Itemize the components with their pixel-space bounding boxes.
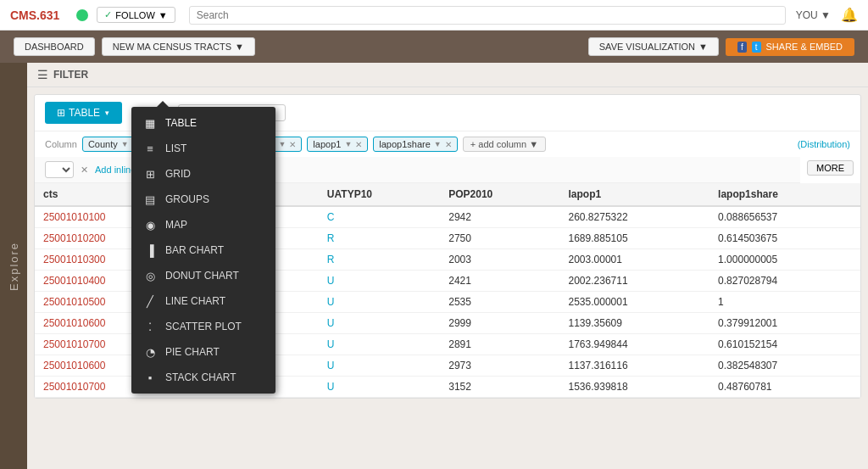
table-icon: ▦ xyxy=(143,116,157,130)
add-col-arrow: ▼ xyxy=(529,139,538,149)
menu-item-map[interactable]: ◉ MAP xyxy=(131,212,275,237)
map-icon: ◉ xyxy=(143,218,157,232)
line-chart-icon: ╱ xyxy=(143,294,157,308)
table-view-button[interactable]: ⊞ TABLE xyxy=(45,102,122,124)
col-pop2010-arrow: ▼ xyxy=(278,140,286,148)
cell-pop: 3152 xyxy=(440,377,559,398)
filter-dropdown[interactable] xyxy=(45,161,74,178)
cell-lapop1: 260.8275322 xyxy=(560,206,710,228)
save-visualization-button[interactable]: SAVE VISUALIZATION ▼ xyxy=(588,37,719,56)
col-lapop1[interactable]: lapop1 ▼ ✕ xyxy=(307,137,368,152)
cell-lapop1: 1139.35609 xyxy=(560,313,710,334)
cell-lapop1: 2535.000001 xyxy=(560,292,710,313)
main-area: Explore ☰ FILTER ⊞ TABLE Collection MA C… xyxy=(0,63,868,469)
cell-uatyp[interactable]: U xyxy=(319,377,440,398)
menu-item-table[interactable]: ▦ TABLE xyxy=(131,110,275,136)
menu-item-label: GRID xyxy=(165,168,191,180)
cell-lapop1share: 0.379912001 xyxy=(709,313,860,334)
cell-lapop1share: 1.000000005 xyxy=(709,249,860,271)
view-type-dropdown-menu: ▦ TABLE ≡ LIST ⊞ GRID ▤ GROUPS ◉ MAP ▐ B… xyxy=(131,107,275,394)
secondary-navigation: DASHBOARD NEW MA CENSUS TRACTS ▼ SAVE VI… xyxy=(0,31,868,63)
col-lapop1share-arrow: ▼ xyxy=(434,140,442,148)
stack-chart-icon: ▪ xyxy=(143,371,157,384)
search-input[interactable] xyxy=(189,6,786,25)
cell-pop: 2003 xyxy=(440,249,559,271)
menu-item-label: DONUT CHART xyxy=(165,270,239,282)
notifications-icon[interactable]: 🔔 xyxy=(841,7,858,23)
cell-uatyp[interactable]: R xyxy=(319,249,440,271)
donut-chart-icon: ◎ xyxy=(143,269,157,282)
column-label: Column xyxy=(45,139,77,149)
cell-lapop1: 1763.949844 xyxy=(560,334,710,355)
table-grid-icon: ⊞ xyxy=(57,107,65,119)
share-embed-button[interactable]: f t SHARE & EMBED xyxy=(726,38,854,56)
cell-pop: 2973 xyxy=(440,355,559,377)
menu-item-groups[interactable]: ▤ GROUPS xyxy=(131,187,275,212)
cell-pop: 2421 xyxy=(440,271,559,292)
cell-lapop1share: 1 xyxy=(709,292,860,313)
cell-lapop1: 2003.00001 xyxy=(560,249,710,271)
menu-item-donut-chart[interactable]: ◎ DONUT CHART xyxy=(131,263,275,288)
cell-lapop1share: 0.610152154 xyxy=(709,334,860,355)
menu-item-label: LIST xyxy=(165,142,186,154)
col-lapop1-arrow: ▼ xyxy=(344,140,352,148)
filter-remove-icon[interactable]: ✕ xyxy=(81,165,88,176)
cell-pop: 2891 xyxy=(440,334,559,355)
col-header-uatyp10[interactable]: UATYP10 xyxy=(319,183,440,206)
menu-item-scatter-plot[interactable]: ⁚ SCATTER PLOT xyxy=(131,314,275,339)
filter-icon: ☰ xyxy=(37,68,48,81)
top-navigation: CMS.631 ✓ FOLLOW ▼ YOU ▼ 🔔 xyxy=(0,0,868,31)
cell-uatyp[interactable]: C xyxy=(319,206,440,228)
status-indicator xyxy=(76,9,88,21)
user-menu[interactable]: YOU ▼ xyxy=(796,9,831,21)
col-lapop1share-remove[interactable]: ✕ xyxy=(445,140,452,149)
cell-uatyp[interactable]: R xyxy=(319,228,440,249)
col-header-pop2010[interactable]: POP2010 xyxy=(440,183,559,206)
menu-item-label: MAP xyxy=(165,219,187,231)
cell-uatyp[interactable]: U xyxy=(319,355,440,377)
dashboard-button[interactable]: DASHBOARD xyxy=(14,37,95,56)
cell-uatyp[interactable]: U xyxy=(319,271,440,292)
col-lapop1-remove[interactable]: ✕ xyxy=(355,140,362,149)
col-pop2010-remove[interactable]: ✕ xyxy=(289,140,296,149)
menu-item-list[interactable]: ≡ LIST xyxy=(131,136,275,161)
cell-lapop1: 2002.236711 xyxy=(560,271,710,292)
col-lapop1share[interactable]: lapop1share ▼ ✕ xyxy=(373,137,457,152)
distribution-link[interactable]: (Distribution) xyxy=(798,139,850,149)
cell-uatyp[interactable]: U xyxy=(319,334,440,355)
menu-item-label: BAR CHART xyxy=(165,244,224,256)
census-tracts-button[interactable]: NEW MA CENSUS TRACTS ▼ xyxy=(102,37,255,56)
scatter-plot-icon: ⁚ xyxy=(143,320,157,333)
cell-lapop1share: 0.382548307 xyxy=(709,355,860,377)
menu-item-stack-chart[interactable]: ▪ STACK CHART xyxy=(131,365,275,390)
list-icon: ≡ xyxy=(143,142,157,155)
menu-item-label: STACK CHART xyxy=(165,371,236,383)
col-header-lapop1[interactable]: lapop1 xyxy=(560,183,710,206)
col-county-arrow: ▼ xyxy=(121,140,129,148)
menu-item-bar-chart[interactable]: ▐ BAR CHART xyxy=(131,237,275,263)
col-header-lapop1share[interactable]: lapop1share xyxy=(709,183,860,206)
menu-item-label: TABLE xyxy=(165,117,197,129)
cell-uatyp[interactable]: U xyxy=(319,313,440,334)
add-column-button[interactable]: + add column ▼ xyxy=(463,137,546,152)
grid-icon: ⊞ xyxy=(143,167,157,181)
facebook-icon: f xyxy=(737,42,747,53)
follow-arrow-icon: ▼ xyxy=(159,10,168,20)
cell-pop: 2535 xyxy=(440,292,559,313)
cell-uatyp[interactable]: U xyxy=(319,292,440,313)
pie-chart-icon: ◔ xyxy=(143,345,157,359)
menu-item-label: SCATTER PLOT xyxy=(165,321,242,332)
bar-chart-icon: ▐ xyxy=(143,243,157,257)
menu-item-label: PIE CHART xyxy=(165,346,220,358)
follow-button[interactable]: ✓ FOLLOW ▼ xyxy=(97,7,175,23)
filter-label: FILTER xyxy=(53,69,88,81)
cell-lapop1share: 0.614503675 xyxy=(709,228,860,249)
menu-item-line-chart[interactable]: ╱ LINE CHART xyxy=(131,288,275,314)
menu-item-pie-chart[interactable]: ◔ PIE CHART xyxy=(131,339,275,365)
groups-icon: ▤ xyxy=(143,193,157,206)
follow-label: FOLLOW xyxy=(115,10,154,20)
more-button[interactable]: MORE xyxy=(807,160,854,176)
menu-item-grid[interactable]: ⊞ GRID xyxy=(131,161,275,187)
menu-item-label: GROUPS xyxy=(165,193,209,205)
site-logo[interactable]: CMS.631 xyxy=(10,8,59,22)
